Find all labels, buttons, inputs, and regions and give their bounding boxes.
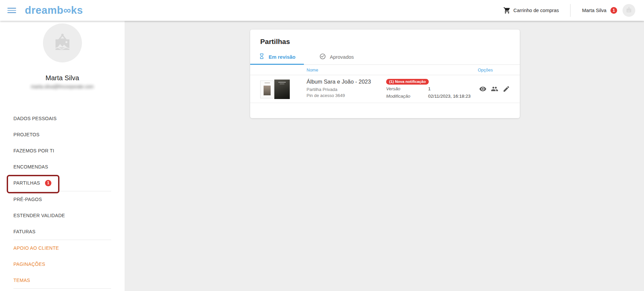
edit-icon[interactable] [503,85,510,93]
hamburger-menu-icon[interactable] [7,8,16,13]
profile-name: Marta Silva [0,73,125,83]
sidebar-item-dados-pessoais[interactable]: DADOS PESSOAIS [0,110,125,127]
share-users-icon[interactable] [491,85,498,93]
new-notification-badge: (1) Nova notificação [386,79,429,85]
user-name[interactable]: Marta Silva [582,8,606,13]
image-placeholder-icon [625,6,633,15]
sidebar-item-temas[interactable]: TEMAS [0,272,125,288]
tab-em-revisao[interactable]: Em revisão [250,49,304,64]
topbar: dreamb∞ks Carrinho de compras Marta Silv… [0,0,644,21]
album-thumbnails [260,79,290,99]
tab-label: Aprovados [330,54,354,60]
version-value: 1 [428,86,431,92]
sidebar-item-projetos[interactable]: PROJETOS [0,127,125,143]
card-title: Partilhas [260,38,290,46]
image-placeholder-icon [51,31,74,55]
version-row: Versão 1 [386,86,480,92]
album-photo-thumbnail [274,80,290,99]
modification-value: 02/11/2023, 16:18:23 [428,93,471,99]
hourglass-icon [259,53,265,60]
dreambooks-logo[interactable]: dreamb∞ks [25,0,83,21]
topbar-left: dreamb∞ks [7,0,83,21]
share-type: Partilha Privada [307,87,371,93]
view-icon[interactable] [479,85,487,93]
sidebar-item-partilhas[interactable]: PARTILHAS 1 [0,175,125,191]
menu-divider [13,288,111,289]
modification-label: Modificação [386,93,428,99]
column-header-nome: Nome [307,65,318,75]
sidebar-item-encomendas[interactable]: ENCOMENDAS [0,159,125,175]
version-label: Versão [386,86,428,92]
row-name-block: Álbum Sara e João - 2023 Partilha Privad… [307,79,371,99]
tab-label: Em revisão [269,54,295,60]
column-header-opcoes: Opções [478,65,493,75]
profile-email-redacted: marta.silva@fmcorporate.com [0,84,125,89]
tab-aprovados[interactable]: Aprovados [307,49,366,64]
album-name: Álbum Sara e João - 2023 [307,79,371,85]
check-circle-icon [319,53,326,61]
shopping-cart-icon[interactable] [503,7,511,14]
sidebar-item-pre-pagos[interactable]: PRÉ-PAGOS [0,191,125,207]
sidebar-item-label: PARTILHAS [13,180,40,186]
tabs-bar: Em revisão Aprovados [250,49,520,65]
row-meta-block: (1) Nova notificação Versão 1 Modificaçã… [386,78,480,99]
notification-count-badge: 1 [610,7,617,14]
sidebar-item-apoio-ao-cliente[interactable]: APOIO AO CLIENTE [0,240,125,256]
partilhas-count-badge: 1 [45,180,51,186]
sidebar-item-fazemos-por-ti[interactable]: FAZEMOS POR TI [0,143,125,159]
row-actions [479,85,510,93]
partilhas-card: Partilhas Em revisão Aprovados Nome Opçõ… [250,30,520,118]
modification-row: Modificação 02/11/2023, 16:18:23 [386,93,480,99]
topbar-right: Carrinho de compras Marta Silva 1 [503,0,635,21]
table-row: Álbum Sara e João - 2023 Partilha Privad… [250,75,520,103]
sidebar-menu: DADOS PESSOAIS PROJETOS FAZEMOS POR TI E… [0,110,125,289]
table-header: Nome Opções [250,65,520,75]
sidebar-item-estender-validade[interactable]: ESTENDER VALIDADE [0,207,125,224]
cart-label[interactable]: Carrinho de compras [513,8,559,13]
sidebar: Marta Silva marta.silva@fmcorporate.com … [0,21,125,291]
cover-photo [264,86,271,95]
sidebar-item-paginacoes[interactable]: PAGINAÇÕES [0,256,125,272]
topbar-divider [570,4,570,17]
album-cover-thumbnail [260,81,274,98]
profile-avatar [43,23,82,62]
access-pin: Pin de acesso 3649 [307,93,371,99]
user-avatar-button[interactable] [623,4,635,17]
main-content: Partilhas Em revisão Aprovados Nome Opçõ… [125,21,644,291]
sidebar-item-faturas[interactable]: FATURAS [0,224,125,240]
